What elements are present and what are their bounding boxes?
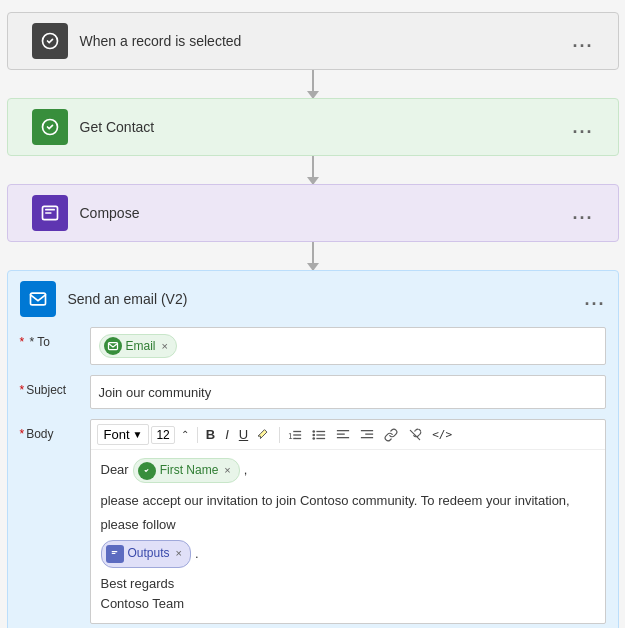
connector-1: [312, 70, 314, 98]
compose-menu[interactable]: ...: [572, 203, 593, 224]
period-text: .: [195, 542, 199, 565]
font-selector[interactable]: Font ▼: [97, 424, 150, 445]
subject-label: *Subject: [20, 375, 90, 397]
flow-canvas: When a record is selected ... Get Contac…: [12, 12, 613, 628]
unlink-button[interactable]: [404, 426, 426, 444]
get-contact-card: Get Contact ...: [7, 98, 619, 156]
send-email-menu[interactable]: ...: [584, 289, 605, 310]
align-right-button[interactable]: [356, 426, 378, 444]
highlight-button[interactable]: [254, 426, 275, 443]
connector-2: [312, 156, 314, 184]
subject-field-row: *Subject Join our community: [20, 375, 606, 409]
body-editor[interactable]: Font ▼ 12 ⌃ B I U: [90, 419, 606, 624]
outputs-token-label: Outputs: [128, 543, 170, 565]
to-label: * * To: [20, 327, 90, 349]
compose-title: Compose: [80, 205, 573, 221]
subject-input[interactable]: Join our community: [90, 375, 606, 409]
ol-button[interactable]: 1.: [284, 426, 306, 444]
dear-line: Dear First Name × ,: [101, 458, 595, 483]
compose-card: Compose ...: [7, 184, 619, 242]
trigger-card: When a record is selected ...: [7, 12, 619, 70]
to-input[interactable]: Email ×: [90, 327, 606, 365]
align-left-button[interactable]: [332, 426, 354, 444]
body-text-2: please accept our invitation to join Con…: [101, 489, 595, 536]
connector-3: [312, 242, 314, 270]
email-token[interactable]: Email ×: [99, 334, 177, 358]
email-token-label: Email: [126, 339, 156, 353]
trigger-menu[interactable]: ...: [572, 31, 593, 52]
svg-point-11: [313, 437, 316, 440]
get-contact-icon: [32, 109, 68, 145]
body-line2: please accept our invitation to join Con…: [101, 489, 595, 567]
bold-button[interactable]: B: [202, 425, 219, 444]
compose-icon: [32, 195, 68, 231]
italic-button[interactable]: I: [221, 425, 233, 444]
send-email-card: Send an email (V2) ... * * To: [7, 270, 619, 628]
font-size-box[interactable]: 12: [151, 426, 174, 444]
font-dropdown-icon[interactable]: ▼: [133, 429, 143, 440]
dear-text: Dear: [101, 460, 129, 481]
email-token-close[interactable]: ×: [162, 340, 168, 352]
to-required: *: [20, 335, 25, 349]
firstname-token-icon: [138, 462, 156, 480]
font-size-value: 12: [156, 428, 169, 442]
trigger-title: When a record is selected: [80, 33, 573, 49]
body-label: *Body: [20, 419, 90, 441]
firstname-token-close[interactable]: ×: [224, 462, 230, 480]
firstname-token[interactable]: First Name ×: [133, 458, 240, 483]
svg-point-10: [313, 433, 316, 436]
outputs-token-close[interactable]: ×: [176, 544, 182, 564]
code-button[interactable]: </>: [428, 426, 456, 443]
trigger-icon: [32, 23, 68, 59]
comma-text: ,: [244, 460, 248, 481]
svg-point-9: [313, 430, 316, 433]
svg-rect-3: [30, 293, 45, 305]
to-field-row: * * To Email ×: [20, 327, 606, 365]
send-email-icon: [20, 281, 56, 317]
email-token-icon: [104, 337, 122, 355]
toolbar-sep-1: [197, 427, 198, 443]
toolbar-sep-2: [279, 427, 280, 443]
link-button[interactable]: [380, 426, 402, 444]
body-field-row: *Body Font ▼ 12 ⌃ B: [20, 419, 606, 624]
email-body-section: * * To Email ×: [8, 327, 618, 628]
best-regards: Best regards: [101, 574, 595, 595]
outputs-token[interactable]: Outputs ×: [101, 540, 191, 568]
underline-button[interactable]: U: [235, 425, 252, 444]
get-contact-menu[interactable]: ...: [572, 117, 593, 138]
font-label: Font: [104, 427, 130, 442]
firstname-token-label: First Name: [160, 461, 219, 480]
outputs-token-icon: [106, 545, 124, 563]
team-name: Contoso Team: [101, 594, 595, 615]
editor-content[interactable]: Dear First Name × ,: [91, 450, 605, 623]
font-size-arrows[interactable]: ⌃: [177, 427, 193, 442]
ul-button[interactable]: [308, 426, 330, 444]
subject-text: Join our community: [99, 385, 212, 400]
svg-rect-4: [108, 343, 117, 350]
regards-line: Best regards Contoso Team: [101, 574, 595, 616]
get-contact-title: Get Contact: [80, 119, 573, 135]
editor-toolbar: Font ▼ 12 ⌃ B I U: [91, 420, 605, 450]
send-email-title: Send an email (V2): [68, 291, 585, 307]
svg-line-21: [411, 430, 420, 439]
